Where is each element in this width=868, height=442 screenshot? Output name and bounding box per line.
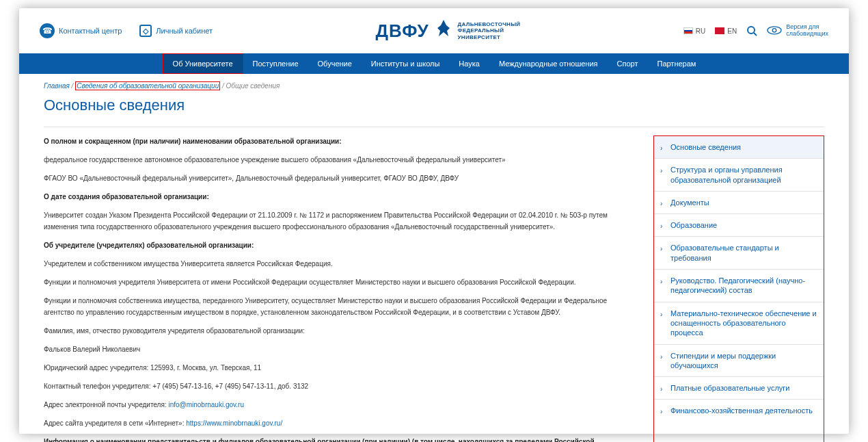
svg-line-1 xyxy=(754,33,757,36)
contact-center-label: Контактный центр xyxy=(59,27,122,35)
logo-text: ДВФУ xyxy=(376,21,429,42)
sidebar-item-1[interactable]: ›Структура и органы управления образоват… xyxy=(654,159,824,192)
email-link[interactable]: info@minobrnauki.gov.ru xyxy=(168,401,244,408)
chevron-right-icon: › xyxy=(660,310,662,319)
user-icon: ◇ xyxy=(139,25,152,37)
logo[interactable]: ДВФУ ДАЛЬНЕВОСТОЧНЫЙ ФЕДЕРАЛЬНЫЙ УНИВЕРС… xyxy=(376,18,521,43)
sidebar-item-2[interactable]: ›Документы xyxy=(654,192,824,214)
topbar: ☎ Контактный центр ◇ Личный кабинет ДВФУ… xyxy=(19,8,849,53)
nav-item-2[interactable]: Обучение xyxy=(308,53,362,74)
sidebar-item-5[interactable]: ›Руководство. Педагогический (научно-пед… xyxy=(654,270,824,302)
sidebar-item-0[interactable]: ›Основные сведения xyxy=(654,136,824,159)
headset-icon: ☎ xyxy=(40,23,55,38)
sidebar-item-8[interactable]: ›Платные образовательные услуги xyxy=(654,377,824,400)
sidebar-item-6[interactable]: ›Материально-техническое обеспечение и о… xyxy=(654,302,824,345)
breadcrumb-mid[interactable]: Сведения об образовательной организации xyxy=(75,81,220,90)
lang-ru[interactable]: RU xyxy=(683,27,705,35)
nav-item-5[interactable]: Международные отношения xyxy=(489,53,608,74)
firebird-icon xyxy=(435,18,452,43)
logo-subtitle-2: ФЕДЕРАЛЬНЫЙ xyxy=(458,27,521,34)
chevron-right-icon: › xyxy=(660,352,662,361)
chevron-right-icon: › xyxy=(660,277,662,286)
lang-en[interactable]: EN xyxy=(715,27,737,35)
contact-center-link[interactable]: ☎ Контактный центр xyxy=(40,23,122,38)
nav-item-0[interactable]: Об Университете xyxy=(163,53,243,74)
svg-point-2 xyxy=(768,27,781,34)
personal-cabinet-link[interactable]: ◇ Личный кабинет xyxy=(139,25,213,37)
logo-subtitle-3: УНИВЕРСИТЕТ xyxy=(458,34,521,41)
breadcrumb-current: Общие сведения xyxy=(226,82,280,90)
chevron-right-icon: › xyxy=(660,199,662,208)
nav-item-6[interactable]: Спорт xyxy=(608,53,648,74)
chevron-right-icon: › xyxy=(660,385,662,393)
breadcrumb: Главная / Сведения об образовательной ор… xyxy=(44,82,824,90)
nav-item-7[interactable]: Партнерам xyxy=(647,53,705,74)
sidebar-item-7[interactable]: ›Стипендии и меры поддержки обучающихся xyxy=(654,345,824,378)
chevron-right-icon: › xyxy=(660,166,662,175)
svg-point-3 xyxy=(772,29,776,32)
chevron-right-icon: › xyxy=(660,222,662,231)
eye-icon xyxy=(767,25,782,36)
personal-cabinet-label: Личный кабинет xyxy=(156,27,213,35)
search-icon[interactable] xyxy=(746,25,757,36)
sidebar-item-3[interactable]: ›Образование xyxy=(654,214,824,237)
chevron-right-icon: › xyxy=(660,244,662,253)
navbar: Об УниверситетеПоступлениеОбучениеИнстит… xyxy=(19,53,849,74)
nav-item-4[interactable]: Наука xyxy=(449,53,489,74)
accessibility-link[interactable]: Версия дляслабовидящих xyxy=(767,24,828,38)
svg-point-0 xyxy=(748,27,755,34)
page-title: Основные сведения xyxy=(44,96,824,114)
breadcrumb-home[interactable]: Главная xyxy=(44,82,70,90)
flag-en-icon xyxy=(715,27,724,34)
sidebar-item-4[interactable]: ›Образовательные стандарты и требования xyxy=(654,237,824,270)
chevron-right-icon: › xyxy=(660,144,662,153)
nav-item-1[interactable]: Поступление xyxy=(243,53,308,74)
chevron-right-icon: › xyxy=(660,407,662,416)
main-content: О полном и сокращенном (при наличии) наи… xyxy=(44,135,637,442)
nav-item-3[interactable]: Институты и школы xyxy=(362,53,450,74)
sidebar: ›Основные сведения›Структура и органы уп… xyxy=(653,135,824,442)
logo-subtitle-1: ДАЛЬНЕВОСТОЧНЫЙ xyxy=(458,21,521,28)
flag-ru-icon xyxy=(683,27,693,34)
site-link[interactable]: https://www.minobrnauki.gov.ru/ xyxy=(186,419,282,427)
sidebar-item-9[interactable]: ›Финансово-хозяйственная деятельность xyxy=(654,400,824,421)
